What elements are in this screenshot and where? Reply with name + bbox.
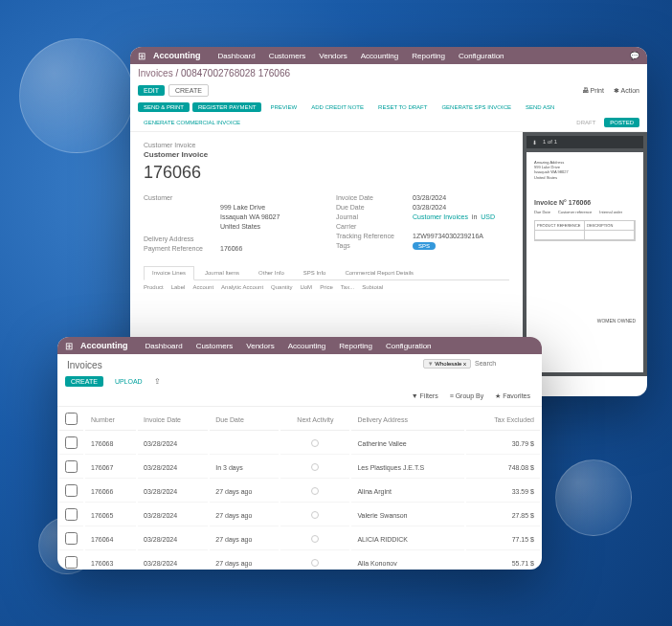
- row-checkbox[interactable]: [65, 460, 78, 473]
- row-checkbox[interactable]: [65, 556, 78, 569]
- app-name[interactable]: Accounting: [153, 51, 201, 60]
- topbar: ⊞ Accounting DashboardCustomersVendorsAc…: [130, 47, 647, 64]
- print-button[interactable]: 🖶 Print: [582, 87, 604, 95]
- preview-button[interactable]: PREVIEW: [264, 102, 302, 112]
- nav-accounting[interactable]: Accounting: [288, 342, 326, 350]
- page-title: Invoices: [57, 354, 112, 372]
- row-checkbox[interactable]: [65, 484, 78, 497]
- register-payment-button[interactable]: REGISTER PAYMENT: [192, 102, 261, 112]
- nav-vendors[interactable]: Vendors: [246, 342, 274, 350]
- action-button[interactable]: ✱ Action: [614, 87, 639, 95]
- tab-invoice-lines[interactable]: Invoice Lines: [144, 266, 194, 280]
- activity-icon[interactable]: [311, 487, 319, 495]
- table-row[interactable]: 17606403/28/202427 days agoALICIA RIDDIC…: [59, 528, 540, 550]
- row-checkbox[interactable]: [65, 508, 78, 521]
- nav-dashboard[interactable]: Dashboard: [146, 342, 183, 350]
- invoice-list-window: ⊞ Accounting DashboardCustomersVendorsAc…: [57, 337, 542, 570]
- table-row[interactable]: 17606503/28/202427 days agoValerie Swans…: [59, 504, 540, 526]
- select-all-checkbox[interactable]: [65, 413, 78, 425]
- page-indicator: 1 of 1: [543, 139, 557, 145]
- breadcrumb-detail: 00847002768028 176066: [181, 68, 290, 78]
- nav-accounting[interactable]: Accounting: [361, 52, 399, 60]
- edit-button[interactable]: EDIT: [138, 85, 165, 96]
- conversations-icon[interactable]: 💬: [630, 52, 639, 60]
- groupby-button[interactable]: ≡ Group By: [450, 392, 484, 400]
- generate-commercial-invoice-button[interactable]: GENERATE COMMERCIAL INVOICE: [138, 118, 246, 127]
- search-filter-tag[interactable]: ▼ Wholesale x: [423, 359, 471, 369]
- tab-other-info[interactable]: Other Info: [250, 266, 293, 279]
- form-subtitle: Customer Invoice: [144, 142, 509, 148]
- remove-tag-icon[interactable]: x: [463, 361, 466, 367]
- filters-button[interactable]: ▼ Filters: [412, 392, 438, 400]
- create-button[interactable]: CREATE: [168, 84, 209, 97]
- send-asn-button[interactable]: SEND ASN: [520, 102, 560, 112]
- status-draft: DRAFT: [571, 118, 601, 127]
- nav-reporting[interactable]: Reporting: [412, 52, 445, 60]
- women-owned-badge: WOMEN OWNED: [534, 318, 636, 324]
- activity-icon[interactable]: [311, 535, 319, 543]
- table-row[interactable]: 17606703/28/2024In 3 daysLes Plastiques …: [59, 457, 540, 479]
- pdf-preview-pane: ⬇1 of 1 Amazing Address999 Lake DriveIss…: [523, 132, 647, 376]
- nav-customers[interactable]: Customers: [196, 342, 234, 350]
- table-row[interactable]: 17606803/28/2024Catherine Vallee30.79 $: [59, 433, 540, 455]
- status-posted: POSTED: [604, 118, 639, 127]
- table-row[interactable]: 17606603/28/202427 days agoAlina Argint3…: [59, 481, 540, 503]
- upload-icon[interactable]: ⇪: [154, 377, 161, 386]
- table-row[interactable]: 17606303/28/202427 days agoAlla Kononov5…: [59, 552, 540, 570]
- preview-title: Invoice N° 176066: [534, 199, 636, 206]
- form-title: Customer Invoice: [144, 150, 509, 159]
- add-credit-note-button[interactable]: ADD CREDIT NOTE: [305, 102, 370, 112]
- tag-pill[interactable]: SPS: [413, 242, 436, 250]
- tab-commercial-report-details[interactable]: Commercial Report Details: [336, 266, 422, 279]
- send-print-button[interactable]: SEND & PRINT: [138, 102, 190, 112]
- nav-customers[interactable]: Customers: [269, 52, 306, 60]
- invoice-number: 176066: [144, 163, 509, 183]
- row-checkbox[interactable]: [65, 436, 78, 449]
- row-checkbox[interactable]: [65, 532, 78, 545]
- breadcrumb-root[interactable]: Invoices: [138, 68, 173, 78]
- apps-icon[interactable]: ⊞: [65, 341, 73, 351]
- search-input[interactable]: [475, 360, 532, 367]
- tab-sps-info[interactable]: SPS Info: [295, 266, 335, 279]
- nav-vendors[interactable]: Vendors: [319, 52, 347, 60]
- breadcrumb: Invoices / 00847002768028 176066: [130, 64, 647, 82]
- upload-button[interactable]: UPLOAD: [109, 376, 148, 387]
- topbar: ⊞ Accounting DashboardCustomersVendorsAc…: [57, 337, 542, 354]
- create-button[interactable]: CREATE: [65, 376, 103, 387]
- nav-dashboard[interactable]: Dashboard: [218, 52, 256, 60]
- favorites-button[interactable]: ★ Favorites: [495, 392, 530, 400]
- invoice-table: Number Invoice Date Due Date Next Activi…: [57, 407, 542, 570]
- reset-to-draft-button[interactable]: RESET TO DRAFT: [372, 102, 433, 112]
- activity-icon[interactable]: [311, 559, 319, 567]
- activity-icon[interactable]: [311, 511, 319, 519]
- nav-configuration[interactable]: Configuration: [386, 342, 432, 350]
- activity-icon[interactable]: [311, 463, 319, 471]
- nav-configuration[interactable]: Configuration: [459, 52, 504, 60]
- app-name[interactable]: Accounting: [80, 341, 128, 350]
- download-icon[interactable]: ⬇: [532, 139, 537, 145]
- tab-journal-items[interactable]: Journal Items: [196, 266, 248, 279]
- activity-icon[interactable]: [311, 439, 319, 447]
- apps-icon[interactable]: ⊞: [138, 51, 146, 61]
- generate-sps-invoice-button[interactable]: GENERATE SPS INVOICE: [436, 102, 517, 112]
- nav-reporting[interactable]: Reporting: [339, 342, 372, 350]
